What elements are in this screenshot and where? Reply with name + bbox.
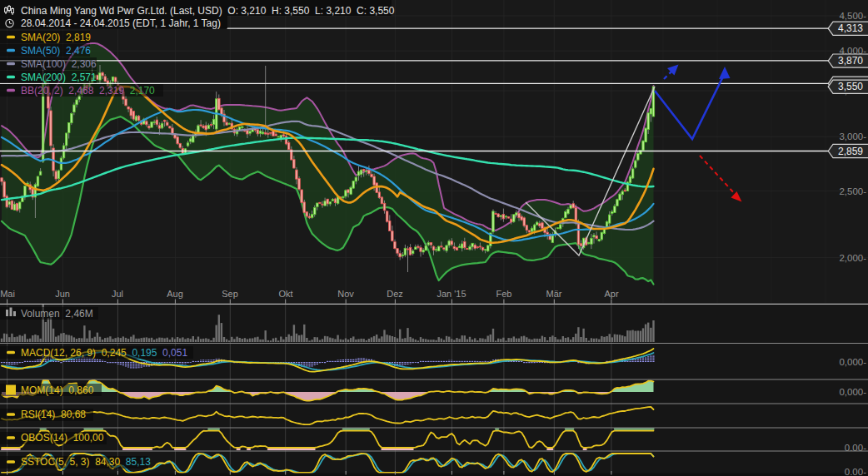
- svg-text:2,859: 2,859: [838, 146, 863, 157]
- svg-text:4,500-: 4,500-: [839, 11, 866, 21]
- svg-text:2,000-: 2,000-: [839, 253, 866, 263]
- svg-text:Mai: Mai: [0, 289, 15, 299]
- svg-text:0.00-: 0.00-: [845, 443, 866, 453]
- svg-text:Mär: Mär: [546, 289, 562, 299]
- svg-text:SMA(20) 2,819: SMA(20) 2,819: [21, 32, 91, 43]
- svg-text:Okt: Okt: [278, 289, 292, 299]
- svg-text:BB(20, 2) 2,468 2,319 2,170: BB(20, 2) 2,468 2,319 2,170: [21, 85, 155, 97]
- svg-text:4,313: 4,313: [838, 22, 863, 34]
- svg-text:SMA(200) 2,571: SMA(200) 2,571: [21, 72, 97, 83]
- svg-text:RSI(14) 80,68: RSI(14) 80,68: [21, 409, 86, 420]
- svg-text:3,000-: 3,000-: [839, 131, 866, 141]
- svg-text:MACD(12, 26, 9) 0,245 0,195: MACD(12, 26, 9) 0,245 0,195 0,051: [21, 347, 187, 359]
- svg-text:0.00-: 0.00-: [845, 467, 866, 476]
- svg-text:SMA(100) 2,306: SMA(100) 2,306: [21, 58, 97, 70]
- svg-text:MOM(14) 0,860: MOM(14) 0,860: [21, 384, 94, 396]
- svg-text:0,000-: 0,000-: [839, 387, 866, 397]
- svg-text:China Ming Yang Wd Pwr Gr.Ltd.: China Ming Yang Wd Pwr Gr.Ltd. (Last, US…: [21, 5, 395, 17]
- svg-text:Feb: Feb: [496, 289, 512, 299]
- svg-text:Jan '15: Jan '15: [436, 289, 466, 299]
- svg-text:Apr: Apr: [604, 289, 618, 299]
- svg-text:Sep: Sep: [222, 289, 238, 299]
- svg-text:Jul: Jul: [112, 289, 123, 299]
- svg-text:Jun: Jun: [55, 289, 70, 299]
- svg-text:28.04.2014 - 24.04.2015 (EDT,: 28.04.2014 - 24.04.2015 (EDT, 1 Jahr, 1 …: [21, 17, 221, 29]
- svg-text:Nov: Nov: [337, 289, 354, 299]
- svg-text:2,500-: 2,500-: [839, 186, 866, 196]
- svg-text:0,000-: 0,000-: [839, 357, 866, 367]
- svg-text:SSTOC(5, 5, 3) 84,30 85,13: SSTOC(5, 5, 3) 84,30 85,13: [21, 456, 151, 468]
- svg-text:Aug: Aug: [167, 289, 183, 299]
- svg-text:3,870: 3,870: [838, 55, 863, 67]
- svg-text:Volumen 2,46M: Volumen 2,46M: [21, 308, 93, 320]
- svg-text:3,550: 3,550: [838, 81, 863, 92]
- svg-text:OBOS(14) 100,00: OBOS(14) 100,00: [21, 432, 104, 444]
- svg-text:Dez: Dez: [387, 289, 403, 299]
- svg-text:SMA(50) 2,476: SMA(50) 2,476: [21, 45, 91, 57]
